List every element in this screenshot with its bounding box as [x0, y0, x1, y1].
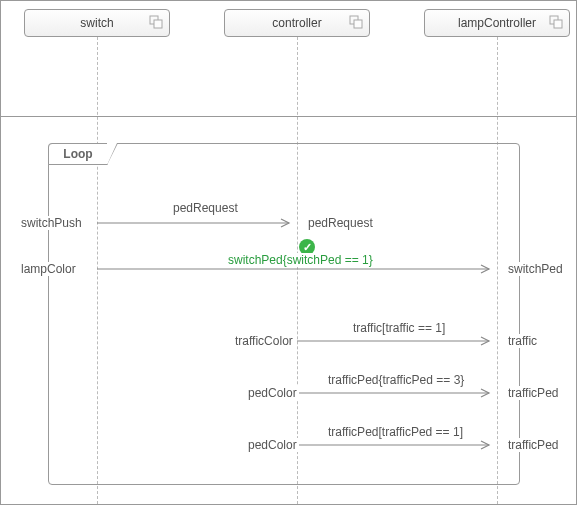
lifeline-icon	[149, 15, 163, 32]
message-label-highlight: switchPed{switchPed == 1}	[226, 253, 375, 267]
lifeline-label: lampController	[458, 16, 536, 30]
message-label: pedRequest	[171, 201, 240, 215]
loop-label: Loop	[63, 147, 92, 161]
lifeline-controller[interactable]: controller	[224, 9, 370, 37]
arrow-traffic[interactable]	[297, 337, 497, 345]
svg-rect-1	[154, 20, 162, 28]
gate-label: trafficPed	[506, 438, 560, 452]
gate-label: switchPush	[19, 216, 84, 230]
svg-rect-5	[554, 20, 562, 28]
message-label: trafficPed{trafficPed == 3}	[326, 373, 466, 387]
gate-label: lampColor	[19, 262, 78, 276]
from-role-label: pedColor	[246, 386, 299, 400]
arrow-trafficped1[interactable]	[297, 441, 497, 449]
separator-line	[1, 116, 576, 117]
message-label: trafficPed[trafficPed == 1]	[326, 425, 465, 439]
svg-rect-3	[354, 20, 362, 28]
loop-tab: Loop	[48, 143, 108, 165]
lifeline-switch[interactable]: switch	[24, 9, 170, 37]
arriving-label: pedRequest	[306, 216, 375, 230]
sequence-diagram: switch controller lampController Loop pe…	[0, 0, 577, 505]
lifeline-label: switch	[80, 16, 113, 30]
lifeline-icon	[549, 15, 563, 32]
gate-label: switchPed	[506, 262, 565, 276]
arrow-pedrequest[interactable]	[97, 219, 297, 227]
lifeline-label: controller	[272, 16, 321, 30]
arrow-trafficped3[interactable]	[297, 389, 497, 397]
from-role-label: trafficColor	[233, 334, 295, 348]
gate-label: trafficPed	[506, 386, 560, 400]
lifeline-lampcontroller[interactable]: lampController	[424, 9, 570, 37]
from-role-label: pedColor	[246, 438, 299, 452]
message-label: traffic[traffic == 1]	[351, 321, 447, 335]
gate-label: traffic	[506, 334, 539, 348]
lifeline-icon	[349, 15, 363, 32]
